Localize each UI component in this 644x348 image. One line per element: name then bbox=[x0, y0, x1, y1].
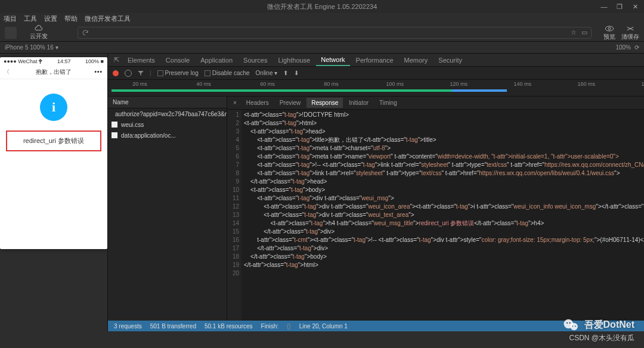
refresh-icon bbox=[82, 29, 89, 36]
status-battery: 100% ■ bbox=[85, 58, 104, 64]
menu-project[interactable]: 项目 bbox=[4, 14, 17, 23]
request-row[interactable]: authorize?appid=wx2c7947baa747c6e3&redir… bbox=[108, 108, 227, 119]
column-name[interactable]: Name bbox=[108, 97, 227, 108]
address-bar[interactable]: ☆ ▭ bbox=[78, 27, 592, 39]
devtools-tabs: ⇱ Elements Console Application Sources L… bbox=[108, 54, 644, 67]
zoom-indicator[interactable]: 100% bbox=[615, 44, 631, 51]
status-transferred: 501 B transferred bbox=[150, 323, 196, 330]
menu-tools[interactable]: 工具 bbox=[24, 14, 37, 23]
tab-memory[interactable]: Memory bbox=[400, 55, 433, 66]
clear-button[interactable] bbox=[125, 70, 132, 77]
error-message: redirect_uri 参数错误 bbox=[6, 130, 101, 151]
svg-point-1 bbox=[608, 27, 611, 30]
device-selector[interactable]: iPhone 5 100% 16 ▾ bbox=[5, 44, 58, 51]
back-icon[interactable]: 〈 bbox=[4, 68, 10, 76]
status-finish: Finish: bbox=[261, 323, 278, 330]
status-resources: 50.1 kB resources bbox=[205, 323, 253, 330]
window-title: 微信开发者工具 Engine 1.05.2202234 bbox=[267, 2, 377, 11]
folder-icon[interactable]: ▭ bbox=[581, 29, 587, 36]
status-cursor: Line 20, Column 1 bbox=[299, 323, 348, 330]
inspect-icon[interactable]: ⇱ bbox=[112, 54, 122, 66]
rotate-icon[interactable]: ⟳ bbox=[634, 44, 639, 51]
page-title: 抱歉，出错了 bbox=[36, 68, 72, 76]
avatar[interactable] bbox=[5, 27, 17, 39]
clear-cache-button[interactable]: 清缓存 bbox=[621, 24, 639, 41]
status-time: 14:57 bbox=[57, 58, 71, 64]
preview-button[interactable]: 预览 bbox=[603, 24, 615, 41]
cloud-dev-button[interactable]: 云开发 bbox=[30, 25, 48, 41]
throttling-select[interactable]: Online ▾ bbox=[256, 70, 278, 76]
file-icon bbox=[112, 122, 117, 128]
upload-icon[interactable]: ⬆ bbox=[283, 70, 288, 76]
tab-headers[interactable]: Headers bbox=[242, 98, 274, 108]
svg-point-0 bbox=[605, 26, 613, 31]
tab-security[interactable]: Security bbox=[434, 55, 467, 66]
timeline-bar bbox=[112, 89, 507, 92]
response-body[interactable]: 1234567891011121314151617181920 <t-attr"… bbox=[227, 110, 644, 321]
request-row[interactable]: weui.css bbox=[108, 119, 227, 130]
tab-preview[interactable]: Preview bbox=[275, 98, 306, 108]
simulator-pane: ●●●● WeChat🕈 14:57 100% ■ 〈 抱歉，出错了 ••• i… bbox=[0, 54, 107, 331]
info-icon: i bbox=[40, 94, 67, 121]
status-carrier: ●●●● WeChat🕈 bbox=[4, 58, 43, 64]
tab-console[interactable]: Console bbox=[161, 55, 194, 66]
devtools-statusbar: 3 requests 501 B transferred 50.1 kB res… bbox=[108, 321, 644, 331]
tab-timing[interactable]: Timing bbox=[374, 98, 402, 108]
close-detail-icon[interactable]: × bbox=[230, 98, 240, 108]
star-icon[interactable]: ☆ bbox=[571, 29, 577, 36]
file-icon bbox=[112, 132, 117, 138]
csdn-watermark: CSDN @木头没有瓜 bbox=[569, 333, 634, 343]
menu-dots-icon[interactable]: ••• bbox=[94, 69, 103, 75]
request-detail: × Headers Preview Response Initiator Tim… bbox=[227, 97, 644, 321]
tab-initiator[interactable]: Initiator bbox=[344, 98, 373, 108]
menu-bar: 项目 工具 设置 帮助 微信开发者工具 bbox=[0, 13, 644, 24]
menu-wechat[interactable]: 微信开发者工具 bbox=[85, 14, 131, 23]
devtools-panel: ⇱ Elements Console Application Sources L… bbox=[107, 54, 644, 331]
request-row[interactable]: data:application/oc... bbox=[108, 130, 227, 141]
tab-sources[interactable]: Sources bbox=[239, 55, 272, 66]
record-button[interactable] bbox=[113, 70, 119, 76]
disable-cache-checkbox[interactable]: Disable cache bbox=[205, 70, 250, 76]
network-timeline[interactable]: 20 ms 40 ms 60 ms 80 ms 100 ms 120 ms 14… bbox=[108, 80, 644, 97]
tab-performance[interactable]: Performance bbox=[351, 55, 398, 66]
menu-settings[interactable]: 设置 bbox=[44, 14, 57, 23]
status-requests: 3 requests bbox=[114, 323, 142, 330]
download-icon[interactable]: ⬇ bbox=[294, 70, 299, 76]
phone-preview: ●●●● WeChat🕈 14:57 100% ■ 〈 抱歉，出错了 ••• i… bbox=[0, 57, 107, 249]
menu-help[interactable]: 帮助 bbox=[64, 14, 78, 23]
minimize-button[interactable]: — bbox=[600, 2, 608, 11]
filter-icon[interactable] bbox=[138, 71, 144, 76]
network-toolbar: | Preserve log Disable cache Online ▾ ⬆ … bbox=[108, 67, 644, 80]
tab-application[interactable]: Application bbox=[196, 55, 237, 66]
close-button[interactable]: ✕ bbox=[631, 2, 639, 11]
request-list: Name authorize?appid=wx2c7947baa747c6e3&… bbox=[108, 97, 227, 321]
toolbar: 云开发 ☆ ▭ 预览 清缓存 bbox=[0, 24, 644, 42]
maximize-button[interactable]: ❐ bbox=[615, 2, 624, 11]
tab-lighthouse[interactable]: Lighthouse bbox=[273, 55, 315, 66]
preserve-log-checkbox[interactable]: Preserve log bbox=[157, 70, 199, 76]
tab-network[interactable]: Network bbox=[316, 54, 349, 66]
tab-response[interactable]: Response bbox=[306, 98, 343, 108]
tab-elements[interactable]: Elements bbox=[123, 55, 160, 66]
